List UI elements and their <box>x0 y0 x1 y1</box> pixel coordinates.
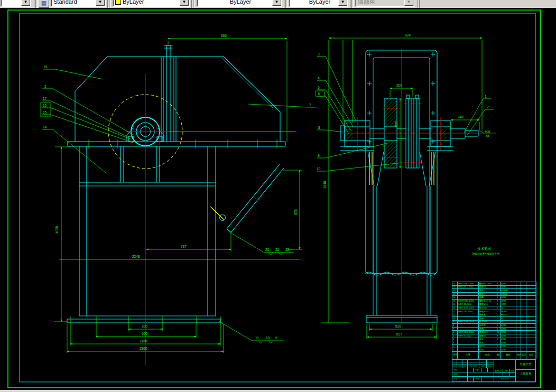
bom-row: 11轴承座2HT200 <box>452 313 536 317</box>
chevron-down-icon[interactable]: ▼ <box>180 0 189 6</box>
dim-text: 55 <box>486 134 489 137</box>
dim-text: 2360 <box>140 347 147 350</box>
balloon-label: 9 <box>275 336 277 340</box>
bom-row: 20GB/T 5782-2000螺栓M12×404Q235 <box>452 282 536 286</box>
status-bar <box>0 390 556 392</box>
bom-row: 6GB/T 6170-2000螺母M1212Q235 <box>452 331 536 334</box>
toolbar-separator <box>284 0 287 8</box>
balloon-label: 17 <box>43 97 47 100</box>
dim-text: 875 <box>294 209 298 215</box>
chevron-down-icon[interactable]: ▼ <box>96 0 105 6</box>
lineweight-combo[interactable]: ByLayer ▼ <box>289 0 348 7</box>
col-header: 单件 <box>516 352 521 359</box>
bom-row: 14GB/T 41-2000螺母M168Q235 <box>452 303 536 306</box>
balloon-label: 4 <box>318 76 320 80</box>
color-value: ByLayer <box>123 0 144 5</box>
bom-row: 15GB/T 5780-2000螺栓M16×508Q235 <box>452 299 536 303</box>
toolbar-separator <box>418 0 421 8</box>
technical-note-title: 技术要求 <box>477 247 492 251</box>
style-manager-button[interactable]: ▦ <box>39 0 49 8</box>
balloon-label: 6 <box>318 92 320 96</box>
bom-row: 17带轮1HT200 <box>452 292 536 296</box>
balloon-label: 1 <box>485 95 487 98</box>
parts-table-header-row: 序号 代号 名称 数量 材料 单件 总计 备注 <box>452 352 536 359</box>
bom-row: 18罩壳1Q235A <box>452 289 536 293</box>
lineweight-value: ByLayer <box>309 0 330 5</box>
dim-text: 525 <box>394 121 398 127</box>
bom-row: 9GB/T 1096-2003键20×80145 <box>452 320 536 324</box>
toolbar-separator <box>107 0 110 8</box>
dim-text: 2248 <box>132 255 140 258</box>
bom-row: 3支架2Q235 <box>452 341 536 345</box>
tb-label: 批准 <box>473 376 481 382</box>
bom-row: 10主轴145 <box>452 316 536 320</box>
col-header: 名称 <box>479 352 496 359</box>
tb-drawing-number <box>494 359 516 369</box>
col-header: 备注 <box>526 352 536 359</box>
tb-sheets: 共 张 第 张 <box>494 376 516 382</box>
balloon-label: 15 <box>43 110 47 114</box>
color-swatch <box>115 0 121 5</box>
chevron-down-icon: ▼ <box>404 0 413 6</box>
dim-text: M36 <box>485 130 490 133</box>
balloon-label: 10 <box>317 167 321 171</box>
text-style-combo[interactable]: Standard ▼ <box>51 0 106 7</box>
chevron-down-icon[interactable]: ▼ <box>21 0 30 6</box>
application-window: ▼ ▦ Standard ▼ ByLayer ▼ ByLayer ▼ ByLay… <box>0 0 556 392</box>
highlighted-line <box>210 207 224 220</box>
balloon-label: 5 <box>318 86 320 89</box>
balloon-label: 21 <box>275 248 280 251</box>
dim-text: 300 <box>142 324 147 328</box>
front-view: 695 875 737 2248 4050 300 600 2150 2360 … <box>41 34 316 366</box>
dim-text: 248 <box>458 115 464 119</box>
color-combo[interactable]: ByLayer ▼ <box>113 0 190 7</box>
col-header: 材料 <box>501 352 516 359</box>
bom-row: 16端盖2Q235 <box>452 296 536 300</box>
balloon-label: 16 <box>43 104 47 107</box>
balloon-label: 20 <box>265 248 270 251</box>
bom-row: 12GB/T 297-1994轴承302122GCr15 <box>452 310 536 313</box>
dim-text: 824 <box>405 33 411 37</box>
tb-label: 工艺 <box>452 376 459 382</box>
dim-text: 600 <box>142 332 147 335</box>
linetype-combo[interactable]: ByLayer ▼ <box>197 0 282 7</box>
balloon-label: 14 <box>43 125 47 129</box>
dim-text: 520 <box>395 324 401 328</box>
balloon-label: 2 <box>487 105 489 109</box>
dim-text: 2150 <box>140 339 147 343</box>
balloon-label: 10 <box>266 336 270 340</box>
bom-row: 8卸料罩1Q235 <box>452 324 536 328</box>
dim-text: 695 <box>221 34 227 38</box>
balloon-label: 2 <box>44 85 47 88</box>
col-header: 代号 <box>458 352 479 359</box>
technical-note: 技术要求 (装配前各零件须清洗干净) <box>472 247 500 255</box>
parts-table-header: 序号 代号 名称 数量 材料 单件 总计 备注 <box>452 351 536 359</box>
dim-text: 200 <box>396 83 402 87</box>
table-style-icon: ▦ <box>41 0 47 6</box>
text-style-value: Standard <box>53 0 77 5</box>
bom-row: 2进料斗1Q235 <box>452 344 536 348</box>
bom-row: 19GB/T 97.1-2002垫圈124Q235 <box>452 285 536 289</box>
bom-row: 4滚筒1Q235 <box>452 338 536 341</box>
toolbar-separator <box>191 0 194 8</box>
title-block: 标记 处数 分区 更改文件号 签名 年月日 设计 标准化 审核 工艺 批准 阶段… <box>452 359 536 382</box>
col-header: 数量 <box>496 352 501 359</box>
tb-drawing-title: 上驱装置 <box>515 369 536 378</box>
col-header: 序号 <box>452 352 458 359</box>
dim-text: 4050 <box>55 226 59 234</box>
bom-row: 13GB/T 1096-2003键16×63145 <box>452 306 536 310</box>
dim-text: 1646 <box>323 181 327 189</box>
layer-combo[interactable]: ▼ <box>1 0 31 7</box>
balloon-label: 19 <box>43 65 48 69</box>
toolbar-separator <box>34 0 37 8</box>
toolbar-separator <box>350 0 353 8</box>
chevron-down-icon[interactable]: ▼ <box>272 0 281 6</box>
dim-text: 627 <box>396 332 402 336</box>
chevron-down-icon[interactable]: ▼ <box>338 0 347 6</box>
plotstyle-combo: 随颜色 ▼ <box>355 0 414 7</box>
tb-organization: 长春大学 <box>515 359 536 370</box>
balloon-label: 7 <box>309 103 311 107</box>
balloon-label: 8 <box>318 126 320 129</box>
parts-table-body: 20GB/T 5782-2000螺栓M12×404Q23519GB/T 97.1… <box>452 282 536 352</box>
toolbar: ▼ ▦ Standard ▼ ByLayer ▼ ByLayer ▼ ByLay… <box>0 0 556 8</box>
